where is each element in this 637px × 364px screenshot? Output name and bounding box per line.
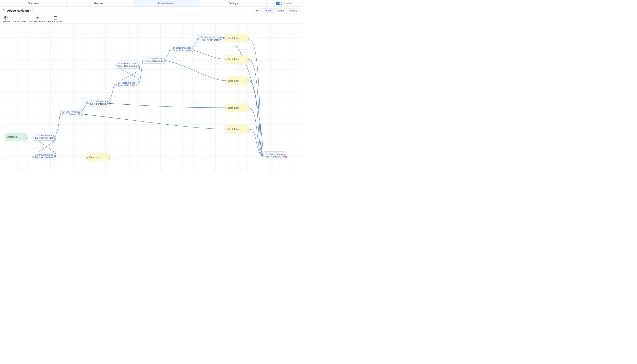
drag-handle-icon[interactable] [108, 156, 109, 158]
tab-settings[interactable]: Settings [200, 0, 267, 6]
drag-handle-icon[interactable] [137, 83, 137, 86]
tab-overview[interactable]: Overview [0, 0, 67, 6]
drag-handle-icon[interactable] [247, 58, 248, 61]
node-catch-error-6[interactable]: Catch Error [87, 153, 110, 161]
type-value: Foreach State [69, 113, 80, 116]
node-catch-error-3[interactable]: Catch Error [226, 76, 249, 85]
node-wait-for-ready[interactable]: ID:wait-for-ready Type:Foreach State [60, 109, 82, 117]
drag-handle-icon[interactable] [53, 155, 54, 158]
drag-handle-icon[interactable] [247, 128, 248, 130]
id-label: ID: [172, 46, 175, 49]
drag-handle-icon[interactable] [53, 136, 54, 138]
type-label: Type: [172, 49, 178, 52]
id-label: ID: [118, 82, 121, 84]
type-label: Type: [118, 65, 123, 67]
node-start-block[interactable]: Start Block [5, 133, 27, 141]
page-title: Active Revision [7, 9, 29, 12]
id-label: ID: [62, 110, 65, 113]
id-value: create-up-date... [121, 62, 137, 65]
drag-handle-icon[interactable] [247, 106, 248, 109]
node-slack-message[interactable]: ID:slack-message-... Type:Action State [171, 45, 193, 53]
view-diagram-button[interactable]: Diagram [275, 8, 288, 13]
node-label: Catch Error [89, 156, 101, 158]
enabled-label: Enabled [284, 2, 293, 5]
view-yaml-button[interactable]: YAML [254, 8, 264, 13]
id-label: ID: [118, 62, 121, 65]
drag-handle-icon[interactable] [107, 101, 108, 104]
node-catch-error-1[interactable]: Catch Error [226, 34, 249, 42]
drag-handle-icon[interactable] [247, 80, 248, 82]
enabled-toggle[interactable] [276, 2, 282, 5]
node-label: Catch Error [228, 106, 239, 109]
type-label: Type: [90, 102, 95, 105]
id-value: provision-k3s [149, 57, 162, 60]
id-label: ID: [35, 134, 38, 137]
node-check-connection[interactable]: ID:check-connecti... Type:Foreach State [88, 98, 109, 106]
id-value: wait-for-ready [66, 110, 80, 113]
drag-handle-icon[interactable] [163, 58, 164, 61]
id-value: provision-machi... [39, 154, 53, 156]
compile-label: Compile [2, 20, 10, 23]
type-label: Type: [35, 156, 40, 158]
id-value: check-connecti... [94, 100, 107, 102]
view-editor-button[interactable]: Editor [264, 8, 275, 13]
node-send-email[interactable]: ID:send-email Type:Action State [198, 34, 220, 42]
show-nodes-label: Show Nodes [13, 20, 26, 23]
type-value: Switch State [41, 137, 53, 139]
id-label: ID: [200, 36, 203, 38]
tab-revisions[interactable]: Revisions [67, 0, 133, 6]
format-nodes-button[interactable]: Format Nodes [48, 16, 63, 23]
svg-marker-7 [36, 16, 39, 20]
id-value: send-email [204, 36, 216, 38]
workflow-canvas[interactable]: Start Block ID:check-if-done Type:Switch… [0, 24, 302, 173]
drag-handle-icon[interactable] [137, 64, 137, 66]
node-provision-machine[interactable]: ID:provision-machi... Type:Action State [33, 152, 55, 160]
show-functions-button[interactable]: Show Functions [29, 16, 45, 23]
node-label: Catch Error [228, 37, 239, 39]
id-label: ID: [35, 154, 38, 156]
node-catch-error-4[interactable]: Catch Error [226, 104, 249, 112]
id-value: slack-message-... [176, 46, 191, 49]
drag-handle-icon[interactable] [26, 136, 26, 138]
type-value: Switch State [124, 84, 137, 86]
node-label: Catch Error [228, 128, 239, 130]
svg-point-0 [6, 18, 7, 18]
node-catch-error-2[interactable]: Catch Error [226, 55, 249, 64]
node-provision-k3s[interactable]: ID:provision-k3s Type:Action State [143, 56, 165, 64]
id-label: ID: [90, 100, 93, 102]
type-label: Type: [35, 137, 40, 139]
node-check-if-done[interactable]: ID:check-if-done Type:Switch State [33, 133, 55, 140]
svg-rect-8 [54, 16, 57, 19]
id-value: exception-catch [269, 153, 284, 156]
type-value: Action State [151, 60, 163, 62]
id-value: check-if-done [39, 134, 52, 137]
lightning-icon [35, 16, 39, 20]
info-icon[interactable]: i [31, 9, 33, 12]
view-sankey-button[interactable]: Sankey [287, 8, 300, 13]
node-label: Start Block [7, 136, 18, 138]
type-label: Type: [265, 156, 271, 158]
show-functions-label: Show Functions [29, 20, 45, 23]
file-icon [3, 9, 6, 12]
node-create-up-date[interactable]: ID:create-up-date... Type:Generate Event… [116, 61, 138, 69]
gear-icon [4, 16, 8, 20]
node-exception-catch[interactable]: ID:exception-catch Type:Generate Event S… [263, 152, 286, 159]
drag-handle-icon[interactable] [219, 37, 219, 40]
edges-layer [0, 24, 302, 173]
type-value: Action State [179, 49, 191, 52]
type-value: Foreach State [96, 102, 107, 105]
drag-handle-icon[interactable] [284, 154, 285, 157]
drag-handle-icon[interactable] [80, 112, 81, 114]
node-check-if-done-2[interactable]: ID:check-if-done-... Type:Switch State [116, 80, 138, 88]
node-catch-error-5[interactable]: Catch Error [226, 125, 249, 133]
type-label: Type: [62, 113, 68, 116]
node-label: Catch Error [228, 58, 239, 60]
show-nodes-button[interactable]: Show Nodes [13, 16, 26, 23]
drag-handle-icon[interactable] [191, 48, 192, 50]
id-value: check-if-done-... [121, 82, 137, 84]
id-label: ID: [265, 153, 268, 156]
type-label: Type: [200, 38, 206, 41]
drag-handle-icon[interactable] [247, 37, 248, 40]
compile-button[interactable]: Compile [2, 16, 10, 23]
tab-active-revision[interactable]: Active Revision [133, 0, 200, 6]
